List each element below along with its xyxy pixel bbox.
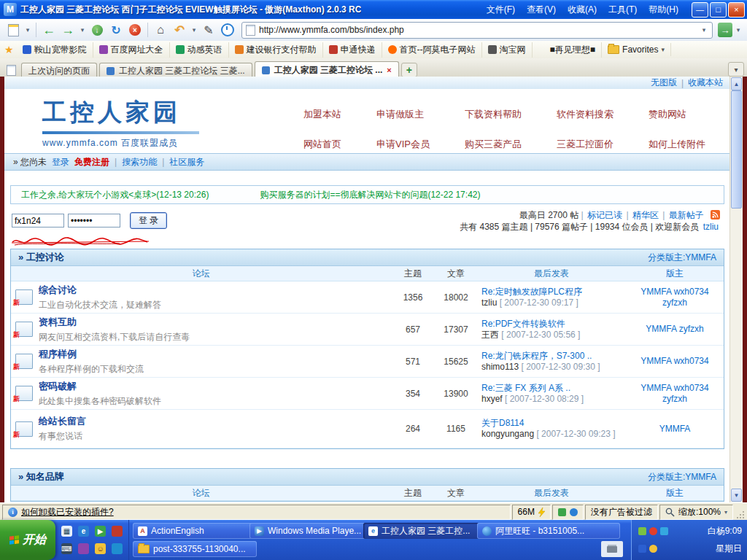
menu-tools[interactable]: 工具(T) bbox=[603, 1, 643, 18]
lastpost-author[interactable]: shimo113 bbox=[481, 362, 519, 372]
refresh-icon[interactable]: ↻ bbox=[107, 21, 125, 39]
scroll-down-icon[interactable]: ▼ bbox=[731, 489, 742, 502]
show-desktop-icon[interactable]: ▦ bbox=[61, 526, 72, 537]
favorites-folder[interactable]: Favorites▾ bbox=[602, 43, 671, 56]
address-input[interactable]: http://www.ymmfa.com/bbs/index.php bbox=[259, 25, 696, 35]
zoom-panel[interactable]: 缩放:100% ▾ bbox=[659, 505, 733, 520]
moderators-links[interactable]: YMMFA wxh0734 zyfzxh bbox=[626, 285, 724, 310]
bookmark-item[interactable]: 百度网址大全 bbox=[93, 42, 170, 58]
new-tab-icon[interactable] bbox=[4, 21, 22, 39]
lastpost-author[interactable]: tzliu bbox=[481, 298, 497, 308]
nav-link-buy-mitsubishi[interactable]: 购买三菱产品 bbox=[465, 138, 522, 151]
forward-icon[interactable]: → bbox=[59, 21, 77, 39]
scroll-up-icon[interactable]: ▲ bbox=[731, 77, 742, 90]
qq-icon[interactable] bbox=[112, 543, 123, 554]
proxy-icon[interactable] bbox=[570, 508, 578, 516]
bookmark-item[interactable]: 申通快递 bbox=[323, 42, 382, 58]
bookmark-item[interactable]: 鞍山宽带影院 bbox=[17, 42, 93, 58]
password-input[interactable] bbox=[68, 214, 120, 228]
nav-link-software-search[interactable]: 软件资料搜索 bbox=[557, 108, 614, 121]
zoom-dropdown-icon[interactable]: ▾ bbox=[724, 509, 727, 516]
tab-forum-1[interactable]: 工控人家园 三菱工控论坛 三菱... bbox=[99, 63, 252, 78]
bookmark-item[interactable]: 建设银行支付帮助 bbox=[229, 42, 323, 58]
vertical-scrollbar[interactable]: ▲ ▼ bbox=[729, 77, 743, 502]
plugin-help-link[interactable]: 如何卸载已安装的插件? bbox=[21, 506, 114, 518]
menu-help[interactable]: 帮助(H) bbox=[643, 1, 684, 18]
menu-favorites[interactable]: 收藏(A) bbox=[562, 1, 603, 18]
forum-link[interactable]: 程序样例 bbox=[39, 349, 77, 359]
address-dropdown-icon[interactable]: ▾ bbox=[700, 21, 708, 39]
task-aliwangwang[interactable]: 阿里旺旺 - b3151005... bbox=[477, 523, 620, 539]
info-icon[interactable]: i bbox=[8, 508, 18, 517]
tray-icon-blue[interactable] bbox=[660, 527, 668, 535]
section-moderator-link[interactable]: 分类版主:YMMFA bbox=[648, 471, 716, 483]
tab-forum-active[interactable]: 工控人家园 三菱工控论坛 ... × bbox=[255, 61, 399, 78]
nav-link-sponsor[interactable]: 赞助网站 bbox=[649, 108, 705, 121]
smiley-icon[interactable]: ☺ bbox=[95, 543, 106, 554]
tab-close-icon[interactable]: × bbox=[387, 66, 391, 74]
moderators-links[interactable]: YMMFA zyfzxh bbox=[626, 322, 724, 336]
forum-link[interactable]: 给站长留言 bbox=[39, 416, 86, 427]
tray-icon-red[interactable] bbox=[649, 527, 657, 535]
nav-link-download-help[interactable]: 下载资料帮助 bbox=[465, 108, 522, 121]
forum-link[interactable]: 密码破解 bbox=[39, 381, 77, 392]
new-tab-dropdown-icon[interactable]: ▾ bbox=[23, 21, 32, 39]
digest-link[interactable]: 精华区 bbox=[632, 210, 659, 220]
lastpost-author[interactable]: hxyef bbox=[481, 394, 503, 404]
forum-link[interactable]: 资料互助 bbox=[39, 316, 77, 327]
login-link[interactable]: 登录 bbox=[52, 156, 69, 168]
new-tab-button[interactable]: + bbox=[401, 63, 417, 77]
lastpost-link[interactable]: Re:PDF文件转换软件 bbox=[481, 319, 622, 330]
undo-icon[interactable]: ↶ bbox=[171, 21, 188, 39]
community-service-link[interactable]: 社区服务 bbox=[169, 156, 204, 168]
moderators-links[interactable]: YMMFA wxh0734 zyfzxh bbox=[626, 381, 724, 406]
announcement-2[interactable]: 购买服务器的计划==彻底解决网站卡的问题(12-22 17:42) bbox=[260, 189, 480, 201]
start-button[interactable]: 开始 bbox=[0, 520, 55, 560]
task-media-player[interactable]: ▶ Windows Media Playe... bbox=[249, 523, 371, 539]
tray-clock[interactable]: 白杨9:09 bbox=[708, 525, 742, 537]
lastpost-author[interactable]: kongyungang bbox=[481, 429, 534, 439]
site-logo[interactable]: 工控人家园 www.ymmfa.com 百度联盟成员 bbox=[42, 96, 199, 149]
tab-tool-icon[interactable] bbox=[3, 63, 19, 77]
tray-day[interactable]: 星期日 bbox=[716, 542, 742, 555]
ie-quicklaunch-icon[interactable]: e bbox=[78, 526, 89, 537]
favorites-star-icon[interactable]: ★ bbox=[4, 44, 14, 55]
security-quicklaunch-icon[interactable] bbox=[112, 526, 123, 537]
media-player-quicklaunch-icon[interactable]: ▶ bbox=[95, 526, 106, 537]
lastpost-link[interactable]: Re:定时触发故障PLC程序 bbox=[481, 287, 622, 298]
messenger-icon[interactable] bbox=[78, 543, 89, 554]
register-link[interactable]: 免费注册 bbox=[74, 156, 109, 168]
tray-icon-yellow[interactable] bbox=[649, 545, 657, 553]
login-button[interactable]: 登 录 bbox=[130, 212, 167, 229]
mark-read-link[interactable]: 标记已读 bbox=[587, 210, 622, 220]
scrollbar-thumb[interactable] bbox=[731, 90, 742, 209]
maxthon-app-icon[interactable]: M bbox=[4, 3, 17, 16]
lastpost-link[interactable]: Re:龙门铣床程序，S7-300 .. bbox=[481, 351, 622, 362]
undo-dropdown-icon[interactable]: ▾ bbox=[190, 21, 198, 39]
menu-view[interactable]: 查看(V) bbox=[521, 1, 562, 18]
nav-link-join[interactable]: 加盟本站 bbox=[303, 108, 341, 121]
history-clock-icon[interactable] bbox=[219, 21, 236, 39]
address-bar[interactable]: http://www.ymmfa.com/bbs/index.php ▾ bbox=[241, 22, 713, 39]
go-button[interactable]: → bbox=[718, 23, 732, 37]
bookmark-site-link[interactable]: 收藏本站 bbox=[688, 77, 723, 89]
tray-icon-msg[interactable] bbox=[638, 545, 646, 553]
lastpost-link[interactable]: 关于D8114 bbox=[481, 418, 622, 429]
moderators-links[interactable]: YMMFA wxh0734 bbox=[626, 354, 724, 368]
history-dropdown-icon[interactable]: ▾ bbox=[78, 21, 87, 39]
nav-link-apply-mod[interactable]: 申请做版主 bbox=[376, 108, 430, 121]
shield-icon[interactable] bbox=[558, 508, 566, 516]
section-moderator-link[interactable]: 分类版主:YMMFA bbox=[648, 252, 716, 264]
nav-link-home[interactable]: 网站首页 bbox=[303, 138, 341, 151]
back-icon[interactable]: ← bbox=[40, 21, 58, 39]
resize-grip[interactable] bbox=[735, 505, 745, 519]
home-icon[interactable]: ⌂ bbox=[152, 21, 169, 39]
newest-posts-link[interactable]: 最新帖子 bbox=[669, 210, 704, 220]
announcement-1[interactable]: 工作之余,给大家玩个小游戏<桌球>(12-13 20:26) bbox=[21, 189, 209, 201]
close-button[interactable]: × bbox=[728, 2, 745, 18]
tray-icon-green[interactable] bbox=[638, 527, 646, 535]
tab-list-dropdown-icon[interactable]: ▾ bbox=[728, 62, 744, 77]
search-function-link[interactable]: 搜索功能 bbox=[122, 156, 157, 168]
menu-file[interactable]: 文件(F) bbox=[481, 1, 521, 18]
boost-lightning-icon[interactable] bbox=[538, 508, 545, 517]
